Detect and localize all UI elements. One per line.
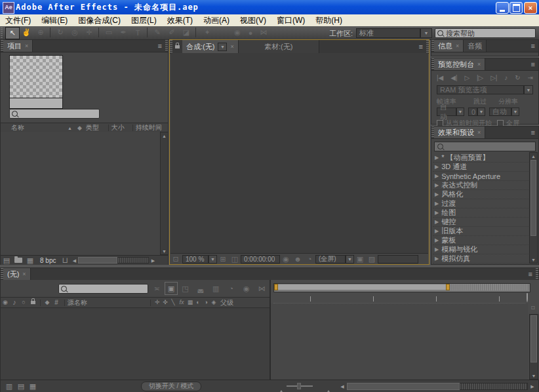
menu-animation[interactable]: 动画(A) <box>198 14 235 26</box>
zoom-in-mountain-icon[interactable] <box>325 382 332 390</box>
audio-switch-icon[interactable]: ♪ <box>10 299 19 306</box>
tab-close-icon[interactable]: × <box>456 43 459 49</box>
panel-menu-icon[interactable]: ≡ <box>416 40 426 53</box>
menu-composition[interactable]: 图像合成(C) <box>73 14 126 26</box>
label-column-icon[interactable]: ◆ <box>43 300 51 305</box>
ram-preview-button[interactable]: ⇥ <box>528 74 533 81</box>
expand-icon[interactable]: ▶ <box>435 191 439 197</box>
effects-category-row[interactable]: ▶蒙板 <box>433 236 530 245</box>
tab-info[interactable]: 信息 × <box>434 40 464 52</box>
always-preview-icon[interactable]: ⊡ <box>170 256 181 263</box>
tab-close-icon[interactable]: × <box>22 271 26 277</box>
align-toggle-button[interactable]: ◉ <box>231 27 244 38</box>
work-area-bar[interactable] <box>278 284 446 290</box>
scrollbar-thumb[interactable] <box>530 160 536 236</box>
workspace-dropdown-button[interactable]: ▼ <box>420 28 432 38</box>
menu-file[interactable]: 文件(F) <box>0 14 36 26</box>
ram-options-dropdown-button[interactable]: ▼ <box>524 85 533 94</box>
next-frame-button[interactable]: |▷ <box>477 74 483 81</box>
column-divider[interactable] <box>40 300 41 306</box>
timeline-vertical-scrollbar[interactable]: ▼ <box>529 314 538 380</box>
pan-behind-tool-button[interactable]: ✛ <box>83 27 96 38</box>
effects-search-box[interactable] <box>434 142 536 151</box>
footer-scrollbar-track[interactable] <box>117 257 149 264</box>
composition-viewport[interactable] <box>170 53 428 253</box>
orbit-camera-tool-button[interactable]: ◎ <box>68 27 81 38</box>
trash-icon[interactable]: ⊔ <box>60 256 70 264</box>
composition-mini-flowchart-icon[interactable]: ≍ <box>152 285 163 292</box>
brush-tool-button[interactable]: ✎ <box>151 27 164 38</box>
mask-shape-tool-button[interactable]: ▭ <box>102 27 115 38</box>
label-column-icon[interactable]: ◆ <box>77 125 82 131</box>
tab-close-icon[interactable]: × <box>477 61 481 68</box>
timeline-track-area[interactable] <box>271 304 528 380</box>
panel-grip[interactable] <box>165 40 168 52</box>
scroll-up-icon[interactable]: ▲ <box>530 153 537 159</box>
layer-list-area[interactable] <box>1 308 270 381</box>
scroll-down-icon[interactable]: ▼ <box>530 372 538 379</box>
effects-category-row[interactable]: ▶表达式控制 <box>433 181 530 190</box>
frame-rate-select[interactable]: 自动 <box>437 108 456 116</box>
snapshot-icon[interactable]: ◉ <box>280 256 292 263</box>
timeline-search-input[interactable] <box>67 284 146 292</box>
expand-icon[interactable]: ▶ <box>435 256 439 262</box>
rotation-tool-button[interactable]: ↻ <box>54 27 67 38</box>
tab-effects-presets[interactable]: 效果和预设 × <box>434 127 485 138</box>
tab-audio[interactable]: 音频 <box>464 40 487 52</box>
resolution-select[interactable]: (全屏) <box>315 255 346 264</box>
effects-category-row[interactable]: ▶旧版本 <box>433 227 530 236</box>
skip-select[interactable]: 0 <box>468 108 477 116</box>
toolbar-grip[interactable] <box>1 28 3 38</box>
text-tool-button[interactable]: T <box>131 27 144 38</box>
hand-tool-button[interactable]: ✌ <box>20 27 33 38</box>
last-frame-button[interactable]: ▷| <box>490 74 497 81</box>
column-divider[interactable] <box>132 125 133 131</box>
horizontal-scrollbar-thumb[interactable] <box>347 383 460 390</box>
column-divider[interactable] <box>64 300 65 306</box>
brainstorm-button[interactable]: ◉ <box>239 285 254 292</box>
time-navigator-track[interactable] <box>273 283 530 292</box>
scrollbar-thumb[interactable] <box>530 315 537 363</box>
effects-category-row[interactable]: ▶过渡 <box>433 199 530 208</box>
puppet-pin-tool-button[interactable]: ✦ <box>201 27 214 38</box>
live-update-toggle[interactable]: ▣ <box>165 282 178 295</box>
timecode-field[interactable]: 0:00:00:00 <box>241 255 280 264</box>
panel-grip[interactable] <box>426 40 429 53</box>
tab-close-icon[interactable]: × <box>230 43 233 50</box>
timeline-search-box[interactable] <box>58 284 148 294</box>
tab-footage[interactable]: 素材:(无) <box>239 40 319 53</box>
parent-column[interactable]: 父级 <box>220 298 233 307</box>
effects-category-row[interactable]: ▶风格化 <box>433 190 530 199</box>
skip-dropdown-button[interactable]: ▼ <box>477 108 485 116</box>
scroll-right-icon[interactable]: ▶ <box>528 384 537 389</box>
frame-rate-dropdown-button[interactable]: ▼ <box>456 108 464 116</box>
magnification-select[interactable]: 100 % <box>182 255 209 264</box>
panel-menu-icon[interactable]: ≡ <box>525 268 536 280</box>
dot-toggle-button[interactable]: ● <box>244 27 257 38</box>
effects-search-input[interactable] <box>443 143 532 151</box>
effects-category-row[interactable]: ▶3D 通道 <box>433 163 530 172</box>
title-bar[interactable]: Ae Adobe After Effects - 未命名项目.aep × <box>0 0 539 14</box>
scroll-left-icon[interactable]: ◀ <box>338 384 347 389</box>
horizontal-scrollbar-track[interactable] <box>460 383 528 390</box>
bit-depth-indicator[interactable]: 8 bpc <box>40 257 56 264</box>
expand-icon[interactable]: ▶ <box>435 210 439 216</box>
scroll-down-icon[interactable]: ▼ <box>530 256 537 263</box>
scroll-left-icon[interactable]: ◀ <box>70 258 78 263</box>
effects-category-row[interactable]: ▶Synthetic Aperture <box>433 172 530 181</box>
frame-blending-toggle[interactable]: ▥ <box>208 285 223 292</box>
effects-category-row[interactable]: ▶绘图 <box>433 208 530 218</box>
tab-composition[interactable]: 合成:(无) ▼ × <box>182 40 239 53</box>
pen-tool-button[interactable]: ✒ <box>117 27 130 38</box>
comp-button-icon[interactable]: ◘ <box>528 305 538 311</box>
maximize-button[interactable] <box>509 2 523 14</box>
project-item-list[interactable] <box>1 132 160 255</box>
menu-effect[interactable]: 效果(T) <box>162 14 198 26</box>
selection-tool-button[interactable]: ↖ <box>5 27 20 39</box>
ram-preview-options-select[interactable]: RAM 预览选项 <box>437 85 524 94</box>
zoom-tool-button[interactable]: ⊕ <box>34 27 47 38</box>
panel-menu-icon[interactable]: ≡ <box>155 40 165 52</box>
expand-layer-switches-icon[interactable]: ▥ <box>3 383 15 390</box>
resolution-dropdown-button[interactable]: ▼ <box>346 255 354 264</box>
scroll-up-icon[interactable]: ▲ <box>161 132 168 139</box>
